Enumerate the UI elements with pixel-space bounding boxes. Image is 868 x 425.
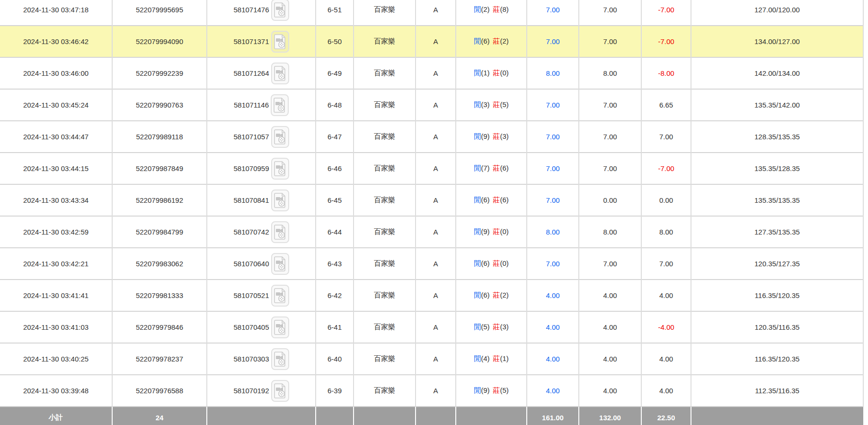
banker-result-label: 莊 (493, 291, 500, 299)
valid-bet-cell: 4.00 (527, 311, 579, 343)
game-type-cell: 百家樂 (354, 311, 416, 343)
player-result-score: (6) (481, 259, 489, 267)
bet-time-cell: 2024-11-30 03:41:41 (0, 280, 112, 311)
player-result-score: (7) (481, 164, 489, 172)
table-name-cell: A (416, 57, 456, 89)
round-id-cell: 581070959 (207, 153, 316, 184)
video-replay-icon (274, 352, 286, 367)
player-result-score: (6) (481, 291, 489, 299)
video-replay-button[interactable] (271, 158, 289, 180)
table-row[interactable]: 2024-11-30 03:42:21 522079983062 5810706… (0, 248, 863, 280)
game-type-cell: 百家樂 (354, 343, 416, 375)
video-replay-button[interactable] (271, 126, 289, 148)
valid-bet-cell: 4.00 (527, 280, 579, 311)
round-id-value: 581070640 (233, 260, 269, 268)
video-replay-button[interactable] (271, 380, 289, 402)
summary-record-count: 24 (112, 407, 207, 425)
bet-amount-cell: 7.00 (579, 121, 641, 153)
table-name-cell: A (416, 311, 456, 343)
bet-time-cell: 2024-11-30 03:40:25 (0, 343, 112, 375)
video-replay-button[interactable] (271, 253, 289, 275)
banker-result-label: 莊 (493, 5, 500, 13)
video-replay-button[interactable] (271, 221, 289, 243)
video-replay-icon (274, 2, 286, 18)
valid-bet-cell: 8.00 (527, 57, 579, 89)
player-result-label: 閒 (474, 386, 481, 394)
player-result-score: (2) (481, 5, 489, 13)
video-replay-button[interactable] (271, 94, 289, 116)
round-no-cell: 6-48 (316, 89, 354, 121)
win-loss-value: 6.65 (659, 101, 673, 109)
player-result-label: 閒 (474, 132, 481, 140)
table-name-cell: A (416, 280, 456, 311)
round-id-cell: 581071057 (207, 121, 316, 153)
player-result-label: 閒 (474, 259, 481, 267)
round-id-cell: 581070841 (207, 184, 316, 216)
table-row[interactable]: 2024-11-30 03:43:34 522079986192 5810708… (0, 184, 863, 216)
table-name-cell: A (416, 248, 456, 280)
table-name-cell: A (416, 26, 456, 57)
table-row[interactable]: 2024-11-30 03:41:41 522079981333 5810705… (0, 280, 863, 311)
win-loss-cell: -7.00 (641, 153, 691, 184)
game-type-cell: 百家樂 (354, 26, 416, 57)
balance-cell: 135.35/142.00 (691, 89, 863, 121)
round-id-value: 581070742 (233, 228, 269, 236)
table-row[interactable]: 2024-11-30 03:39:48 522079976588 5810701… (0, 375, 863, 407)
table-row[interactable]: 2024-11-30 03:41:03 522079979846 5810704… (0, 311, 863, 343)
round-id-cell: 581070303 (207, 343, 316, 375)
video-replay-button[interactable] (271, 285, 289, 307)
table-row[interactable]: 2024-11-30 03:44:47 522079989118 5810710… (0, 121, 863, 153)
player-result-score: (1) (481, 69, 489, 77)
banker-result-score: (2) (500, 37, 509, 45)
bet-time-cell: 2024-11-30 03:44:47 (0, 121, 112, 153)
game-type-cell: 百家樂 (354, 280, 416, 311)
bet-id-cell: 522079978237 (112, 343, 207, 375)
game-type-cell: 百家樂 (354, 57, 416, 89)
round-id-value: 581071057 (233, 133, 269, 141)
table-row[interactable]: 2024-11-30 03:47:18 522079995695 5810714… (0, 0, 863, 26)
valid-bet-cell: 7.00 (527, 153, 579, 184)
banker-result-score: (5) (500, 100, 509, 109)
bet-id-cell: 522079987849 (112, 153, 207, 184)
game-type-cell: 百家樂 (354, 375, 416, 407)
result-cell: 閒(6)莊(0) (456, 248, 527, 280)
video-replay-icon (274, 320, 286, 335)
balance-cell: 142.00/134.00 (691, 57, 863, 89)
bet-time-cell: 2024-11-30 03:39:48 (0, 375, 112, 407)
result-cell: 閒(5)莊(3) (456, 311, 527, 343)
video-replay-icon (274, 161, 286, 176)
table-row[interactable]: 2024-11-30 03:46:42 522079994090 5810713… (0, 26, 863, 57)
video-replay-button[interactable] (271, 0, 289, 21)
summary-empty-cell (416, 407, 456, 425)
bet-time-cell: 2024-11-30 03:44:15 (0, 153, 112, 184)
win-loss-value: -7.00 (658, 164, 674, 172)
video-replay-button[interactable] (271, 348, 289, 370)
banker-result-score: (0) (500, 259, 509, 267)
video-replay-button[interactable] (271, 190, 289, 211)
win-loss-value: 4.00 (659, 291, 673, 299)
summary-label: 小計 (0, 407, 112, 425)
table-row[interactable]: 2024-11-30 03:42:59 522079984799 5810707… (0, 216, 863, 248)
table-name-cell: A (416, 343, 456, 375)
video-replay-button[interactable] (271, 31, 289, 53)
bet-id-cell: 522079992239 (112, 57, 207, 89)
video-replay-icon (274, 256, 286, 271)
table-row[interactable]: 2024-11-30 03:46:00 522079992239 5810712… (0, 57, 863, 89)
bet-id-cell: 522079994090 (112, 26, 207, 57)
bet-id-cell: 522079976588 (112, 375, 207, 407)
game-type-cell: 百家樂 (354, 184, 416, 216)
table-row[interactable]: 2024-11-30 03:45:24 522079990763 5810711… (0, 89, 863, 121)
win-loss-cell: -8.00 (641, 57, 691, 89)
win-loss-cell: -4.00 (641, 311, 691, 343)
video-replay-button[interactable] (271, 316, 289, 338)
win-loss-cell: 4.00 (641, 343, 691, 375)
banker-result-label: 莊 (493, 164, 500, 172)
table-row[interactable]: 2024-11-30 03:44:15 522079987849 5810709… (0, 153, 863, 184)
table-row[interactable]: 2024-11-30 03:40:25 522079978237 5810703… (0, 343, 863, 375)
round-id-value: 581070405 (233, 323, 269, 331)
video-replay-icon (274, 383, 286, 398)
player-result-label: 閒 (474, 227, 481, 235)
result-cell: 閒(6)莊(2) (456, 26, 527, 57)
video-replay-button[interactable] (271, 63, 289, 84)
round-no-cell: 6-51 (316, 0, 354, 26)
